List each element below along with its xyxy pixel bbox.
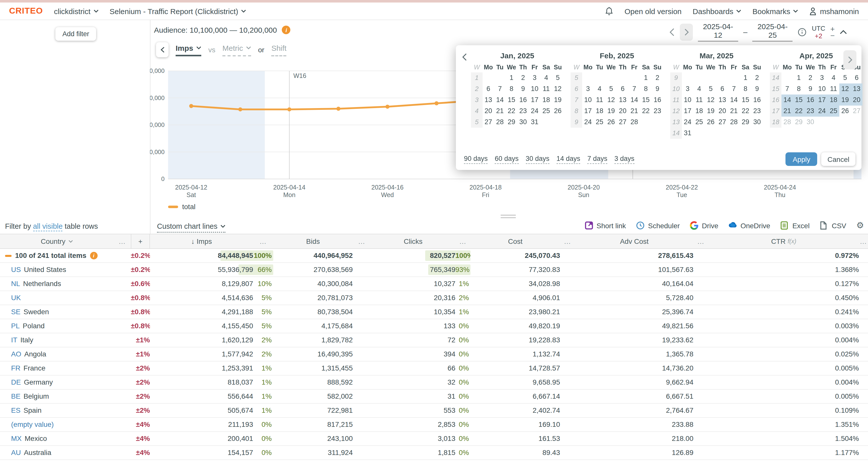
calendar-day[interactable]: 22 <box>793 106 805 117</box>
calendar-day[interactable]: 27 <box>851 106 863 117</box>
calendar-day[interactable]: 30 <box>751 117 763 128</box>
calendar-day[interactable]: 31 <box>529 117 540 128</box>
calendar-day[interactable]: 5 <box>839 72 851 84</box>
calendar-day[interactable]: 7 <box>728 84 740 95</box>
calendar-day[interactable]: 23 <box>517 106 529 117</box>
range-forward-button[interactable] <box>680 23 693 40</box>
calendar-day[interactable]: 11 <box>540 84 552 95</box>
country-cell[interactable]: AOAngola <box>0 348 114 361</box>
calendar-day[interactable]: 17 <box>682 106 693 117</box>
calendar-day[interactable]: 28 <box>628 117 640 128</box>
calendar-day[interactable]: 12 <box>839 84 851 95</box>
calendar-day[interactable]: 12 <box>705 95 717 106</box>
calendar-day[interactable]: 12 <box>552 84 564 95</box>
calendar-day[interactable]: 16 <box>751 95 763 106</box>
calendar-day[interactable]: 22 <box>740 106 751 117</box>
calendar-day[interactable]: 4 <box>540 72 552 84</box>
account-menu[interactable]: clickdistrict <box>54 7 98 15</box>
country-cell[interactable]: AUAustralia <box>0 446 114 460</box>
calendar-day[interactable]: 14 <box>628 95 640 106</box>
calendar-day[interactable]: 17 <box>529 95 540 106</box>
calendar-day[interactable]: 17 <box>582 106 594 117</box>
imps-sort-header[interactable]: ↓ Imps <box>150 237 253 245</box>
table-row[interactable]: MXMexico±4%200,4010%243,1003,0130%161.53… <box>0 432 868 446</box>
calendar-day[interactable]: 25 <box>540 106 552 117</box>
calendar-day[interactable]: 3 <box>816 72 828 84</box>
calendar-day[interactable]: 18 <box>693 106 705 117</box>
chart-back-button[interactable] <box>156 42 168 57</box>
country-cell[interactable]: UK <box>0 291 114 305</box>
action-drive[interactable]: Drive <box>690 221 718 230</box>
calendar-day[interactable]: 4 <box>693 84 705 95</box>
calendar-day[interactable]: 16 <box>652 95 663 106</box>
column-header-cost[interactable]: Cost <box>470 234 560 249</box>
calendar-day[interactable]: 20 <box>717 106 728 117</box>
quick-range-60-days[interactable]: 60 days <box>495 155 519 164</box>
add-filter-button[interactable]: Add filter <box>55 27 96 41</box>
quick-range-7-days[interactable]: 7 days <box>587 155 607 164</box>
start-date-input[interactable]: 2025-04-12 <box>698 22 738 42</box>
calendar-day[interactable]: 13 <box>617 95 628 106</box>
calendar-day[interactable]: 4 <box>594 84 605 95</box>
action-csv[interactable]: CSV <box>820 221 846 230</box>
country-cell[interactable]: 100 of 241 total itemsi <box>0 249 114 262</box>
calendar-day[interactable]: 26 <box>839 106 851 117</box>
calendar-day[interactable]: 22 <box>506 106 517 117</box>
calendar-day[interactable]: 11 <box>693 95 705 106</box>
shift-selector[interactable]: Shift <box>272 43 286 56</box>
calendar-day[interactable]: 11 <box>828 84 839 95</box>
calendar-day[interactable]: 24 <box>816 106 828 117</box>
calendar-day[interactable]: 16 <box>805 95 816 106</box>
calendar-day[interactable]: 29 <box>506 117 517 128</box>
calendar-day[interactable]: 14 <box>494 95 506 106</box>
table-row[interactable]: PLPoland±0.8%4,155,4505%4,175,6841330%49… <box>0 319 868 333</box>
calendar-day[interactable]: 25 <box>594 117 605 128</box>
bookmarks-menu[interactable]: Bookmarks <box>752 7 798 15</box>
timezone-control[interactable]: UTC +2 <box>812 24 825 39</box>
calendar-day[interactable]: 19 <box>605 106 617 117</box>
calendar-day[interactable]: 2 <box>517 72 529 84</box>
calendar-day[interactable]: 26 <box>705 117 717 128</box>
calendar-day[interactable]: 11 <box>594 95 605 106</box>
country-cell[interactable]: FRFrance <box>0 361 114 375</box>
quick-range-14-days[interactable]: 14 days <box>557 155 581 164</box>
table-row[interactable]: ESSpain±2%505,6741%722,9815530%2,402.742… <box>0 404 868 418</box>
calendar-day[interactable]: 25 <box>693 117 705 128</box>
calendar-day[interactable]: 27 <box>617 117 628 128</box>
calendar-next-button[interactable] <box>843 50 857 69</box>
column-header-country[interactable]: Country <box>0 234 114 249</box>
dashboards-menu[interactable]: Dashboards <box>693 7 741 15</box>
calendar-day[interactable]: 29 <box>740 117 751 128</box>
table-row[interactable]: AUAustralia±4%154,1570%311,9241,8150%89.… <box>0 446 868 460</box>
calendar-day[interactable]: 2 <box>751 72 763 84</box>
range-decrease-button[interactable]: − <box>830 32 835 38</box>
report-title-menu[interactable]: Selenium - Traffic Report (Clickdistrict… <box>110 7 246 15</box>
action-scheduler[interactable]: Scheduler <box>636 221 680 230</box>
calendar-day[interactable]: 20 <box>617 106 628 117</box>
country-cell[interactable]: ESSpain <box>0 404 114 417</box>
calendar-day[interactable]: 24 <box>682 117 693 128</box>
calendar-day[interactable]: 7 <box>628 84 640 95</box>
calendar-day[interactable]: 13 <box>717 95 728 106</box>
table-row[interactable]: UK±0.8%4,514,6365%20,781,07320,3162%4,90… <box>0 291 868 305</box>
calendar-day[interactable]: 19 <box>705 106 717 117</box>
country-cell[interactable]: NLNetherlands <box>0 277 114 291</box>
calendar-day[interactable]: 27 <box>717 117 728 128</box>
calendar-day[interactable]: 14 <box>781 95 793 106</box>
calendar-day[interactable]: 28 <box>781 117 793 128</box>
table-row[interactable]: NLNetherlands±0.6%8,129,80710%40,300,084… <box>0 277 868 291</box>
calendar-day[interactable]: 15 <box>640 95 652 106</box>
calendar-day[interactable]: 29 <box>793 117 805 128</box>
calendar-day[interactable]: 8 <box>640 84 652 95</box>
calendar-day[interactable]: 20 <box>851 95 863 106</box>
quick-range-3-days[interactable]: 3 days <box>614 155 634 164</box>
info-icon[interactable]: i <box>282 26 290 34</box>
action-short-link[interactable]: Short link <box>585 221 626 230</box>
calendar-day[interactable]: 17 <box>816 95 828 106</box>
calendar-day[interactable]: 22 <box>640 106 652 117</box>
country-options-button[interactable]: … <box>114 234 131 249</box>
calendar-day[interactable]: 6 <box>617 84 628 95</box>
calendar-day[interactable]: 1 <box>740 72 751 84</box>
range-back-button[interactable] <box>669 28 675 36</box>
calendar-day[interactable]: 19 <box>552 95 564 106</box>
